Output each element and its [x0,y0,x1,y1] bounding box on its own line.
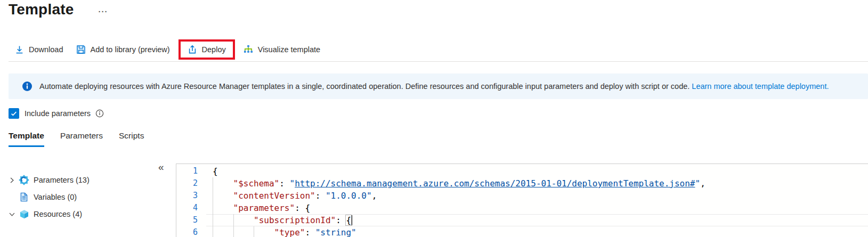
download-icon [15,45,24,54]
include-parameters-checkbox[interactable] [9,108,19,119]
deploy-icon [188,45,197,54]
indent-guide-line [213,214,213,226]
template-page: Template ··· Download Add to library (pr [0,0,868,237]
code-token [213,203,233,213]
include-parameters-row: Include parameters [9,108,104,119]
indent-guide-line [254,226,254,237]
indent-guide-line [233,214,234,226]
code-token [213,227,274,237]
code-token: "subscriptionId" [254,215,336,225]
text-cursor [351,215,352,225]
code-content[interactable]: { "$schema": "http://schema.management.a… [213,164,868,237]
indent-guide-line [233,226,234,237]
collapse-panel-button[interactable]: « [158,162,164,172]
tab-parameters[interactable]: Parameters [60,131,103,147]
code-token: "string" [315,227,356,237]
code-token: { [213,166,218,176]
indent-guide-line [213,226,213,237]
code-line[interactable]: "type": "string" [213,226,868,237]
code-token: : [279,178,289,189]
checkmark-icon [10,110,18,117]
line-number: 3 [176,190,205,202]
info-tooltip-icon[interactable] [95,109,104,118]
code-token: " [695,178,701,189]
code-token [213,191,233,201]
visualize-template-button[interactable]: Visualize template [237,42,327,58]
code-token: : [336,215,346,225]
code-token: "$schema" [233,178,280,189]
code-token: , [700,178,705,189]
code-token: " [290,178,295,189]
line-number: 6 [176,226,205,237]
code-token: : [305,227,315,237]
line-number: 2 [176,177,205,190]
document-icon [18,192,30,202]
code-line[interactable]: "subscriptionId": { [213,214,868,226]
code-token: "contentVersion" [233,191,315,201]
download-label: Download [29,45,63,54]
tree-item-label: Variables (0) [34,193,77,201]
deploy-highlight-box: Deploy [179,39,235,60]
code-editor[interactable]: 123456 { "$schema": "http://schema.manag… [176,164,868,237]
tab-scripts[interactable]: Scripts [119,131,144,147]
code-line[interactable]: "contentVersion": "1.0.0.0", [213,190,868,202]
toolbar-divider [9,61,868,62]
code-token: { [305,203,310,213]
tab-bar: Template Parameters Scripts [9,131,144,147]
banner-message: Automate deploying resources with Azure … [39,82,829,91]
indent-guide-line [213,190,213,202]
visualize-template-label: Visualize template [258,45,320,54]
chevron-down-icon[interactable] [9,211,18,218]
code-token: http://schema.management.azure.com/schem… [295,178,695,189]
tree-item-label: Resources (4) [34,210,82,218]
code-token: : [295,203,305,213]
page-header: Template ··· [9,1,108,18]
code-token [213,178,233,189]
save-icon [76,45,86,54]
deploy-button[interactable]: Deploy [185,44,228,55]
line-number: 1 [176,165,205,177]
line-number: 5 [176,214,205,226]
tree-item-label: Parameters (13) [34,176,90,184]
info-banner: Automate deploying resources with Azure … [9,73,868,99]
chevron-right-icon[interactable] [9,177,18,184]
code-line[interactable]: "parameters": { [213,202,868,214]
indent-guide-line [213,177,213,190]
tree-item-parameters[interactable]: Parameters (13) [9,171,168,189]
page-title: Template [9,1,74,18]
line-number-gutter: 123456 [176,164,205,237]
code-token: { [346,215,351,225]
tree-item-resources[interactable]: Resources (4) [9,206,168,223]
info-icon [22,81,33,92]
code-token: "1.0.0.0" [326,191,372,201]
tab-template[interactable]: Template [9,131,44,147]
tree-item-variables[interactable]: Variables (0) [9,189,168,206]
deploy-label: Deploy [202,45,226,54]
template-outline-tree: Parameters (13) Variables (0) [9,171,168,223]
code-token: , [372,191,377,201]
code-line[interactable]: "$schema": "http://schema.management.azu… [213,177,868,190]
code-token: "parameters" [233,203,295,213]
command-bar: Download Add to library (preview) [9,37,868,62]
visualize-template-icon [244,45,253,54]
line-number: 4 [176,202,205,214]
cube-icon [18,209,30,219]
code-line[interactable]: { [213,165,868,177]
indent-guide-line [213,202,213,214]
gear-icon [18,175,30,185]
code-token: "type" [274,227,305,237]
learn-more-link[interactable]: Learn more about template deployment. [692,82,829,91]
add-to-library-button[interactable]: Add to library (preview) [70,42,176,58]
include-parameters-label: Include parameters [25,109,91,118]
more-menu-icon[interactable]: ··· [98,7,108,16]
code-token: : [315,191,326,201]
download-button[interactable]: Download [9,42,70,58]
add-to-library-label: Add to library (preview) [91,45,170,54]
